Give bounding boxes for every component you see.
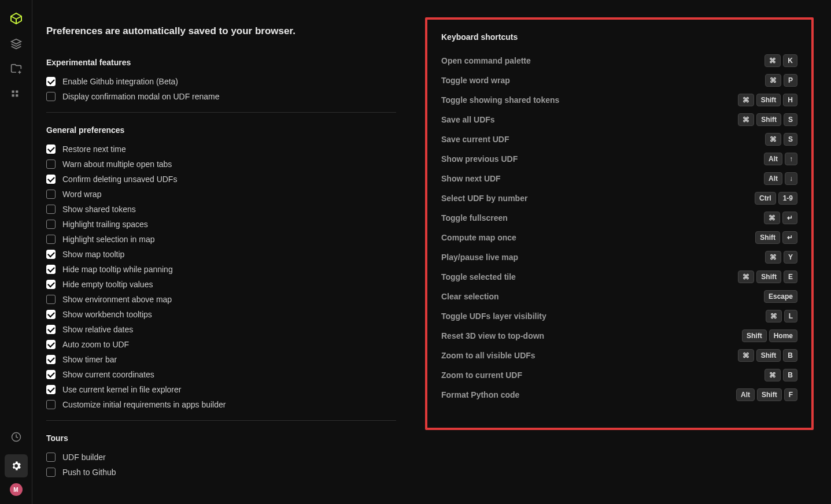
checkbox[interactable] [46,220,56,229]
shortcut-keys: ⌘↵ [764,212,797,224]
checkbox-row[interactable]: Highlight trailing spaces [46,217,396,232]
checkbox[interactable] [46,400,56,409]
shortcut-label: Play/pause live map [441,253,518,262]
checkbox[interactable] [46,144,56,154]
checkbox-row[interactable]: Show timer bar [46,352,396,367]
logo-icon[interactable] [5,7,28,30]
key: L [784,310,797,323]
layers-icon[interactable] [5,32,28,55]
checkbox-row[interactable]: Auto zoom to UDF [46,337,396,352]
checkbox-label: Hide empty tooltip values [62,280,153,289]
checkbox-label: UDF builder [62,453,106,462]
checkbox-row[interactable]: UDF builder [46,450,396,465]
checkbox-row[interactable]: Customize initial requirements in apps b… [46,397,396,412]
shortcut-keys: Shift↵ [755,231,797,244]
checkbox[interactable] [46,468,56,477]
shortcuts-list: Open command palette⌘KToggle word wrap⌘P… [441,51,797,405]
checkbox[interactable] [46,250,56,259]
key: ⌘ [765,74,781,87]
checkbox[interactable] [46,385,56,394]
shortcut-keys: ⌘B [764,369,797,381]
key: E [784,270,797,283]
checkbox[interactable] [46,235,56,244]
shortcut-keys: ⌘ShiftE [738,270,797,283]
checkbox[interactable] [46,160,56,169]
folder-add-icon[interactable] [5,58,28,81]
checkbox[interactable] [46,355,56,364]
shortcut-label: Toggle word wrap [441,76,510,85]
checkbox-row[interactable]: Warn about multiple open tabs [46,157,396,172]
shortcut-row: Clear selectionEscape [441,287,797,306]
checkbox-row[interactable]: Restore next time [46,142,396,157]
shortcut-row: Select UDF by numberCtrl1-9 [441,188,797,208]
shortcut-row: Toggle fullscreen⌘↵ [441,208,797,228]
checkbox[interactable] [46,190,56,199]
checkbox-label: Show current coordinates [62,370,154,379]
shortcut-keys: ⌘ShiftH [738,94,797,106]
sidebar: M [0,0,32,504]
checkbox-label: Display confirmation modal on UDF rename [62,92,220,101]
checkbox[interactable] [46,453,56,462]
checkbox-row[interactable]: Enable Github integration (Beta) [46,74,396,89]
shortcut-label: Select UDF by number [441,194,527,203]
history-icon[interactable] [5,425,28,449]
avatar[interactable]: M [10,483,23,496]
key: S [784,113,797,126]
key: Shift [757,388,782,401]
key: ⌘ [738,349,754,362]
key: B [783,349,797,362]
checkbox[interactable] [46,295,56,304]
apps-icon[interactable] [5,83,28,106]
shortcut-label: Save all UDFs [441,115,495,124]
checkbox-row[interactable]: Use current kernel in file explorer [46,382,396,397]
checkbox[interactable] [46,325,56,334]
checkbox-label: Hide map tooltip while panning [62,265,173,274]
key: ⌘ [764,369,781,381]
checkbox[interactable] [46,265,56,274]
checkbox-row[interactable]: Confirm deleting unsaved UDFs [46,172,396,187]
key: 1-9 [778,192,797,205]
checkbox[interactable] [46,340,56,349]
checkbox-row[interactable]: Show current coordinates [46,367,396,382]
key: F [784,388,797,401]
checkbox[interactable] [46,77,56,86]
key: K [783,54,797,67]
key: Alt [764,153,782,165]
checkbox-row[interactable]: Show map tooltip [46,247,396,262]
checkbox-label: Confirm deleting unsaved UDFs [62,175,177,184]
shortcut-keys: ShiftHome [742,329,797,342]
checkbox-row[interactable]: Push to Github [46,465,396,480]
checkbox[interactable] [46,310,56,319]
svg-rect-5 [12,94,14,97]
checkbox-row[interactable]: Show environment above map [46,292,396,307]
checkbox-row[interactable]: Display confirmation modal on UDF rename [46,89,396,104]
shortcut-label: Zoom to current UDF [441,370,522,380]
key: Shift [756,94,781,106]
shortcut-row: Zoom to all visible UDFs⌘ShiftB [441,346,797,365]
checkbox-row[interactable]: Word wrap [46,187,396,202]
checkbox-row[interactable]: Show shared tokens [46,202,396,217]
shortcut-label: Open command palette [441,56,531,65]
shortcut-label: Toggle UDFs layer visibility [441,312,546,321]
shortcuts-panel: Keyboard shortcuts Open command palette⌘… [425,17,814,430]
shortcut-keys: ⌘K [764,54,797,67]
checkbox-row[interactable]: Highlight selection in map [46,232,396,247]
checkbox-row[interactable]: Hide map tooltip while panning [46,262,396,277]
checkbox-row[interactable]: Show workbench tooltips [46,307,396,322]
shortcut-keys: Alt↑ [764,153,797,165]
checkbox[interactable] [46,92,56,101]
shortcut-label: Toggle fullscreen [441,213,508,223]
checkbox-row[interactable]: Hide empty tooltip values [46,277,396,292]
settings-icon[interactable] [5,454,28,477]
checkbox-label: Highlight selection in map [62,235,155,244]
svg-marker-0 [11,39,21,44]
checkbox-label: Restore next time [62,144,126,154]
shortcut-label: Save current UDF [441,135,509,144]
shortcut-keys: ⌘ShiftS [738,113,797,126]
checkbox[interactable] [46,175,56,184]
checkbox[interactable] [46,205,56,214]
shortcut-keys: ⌘P [765,74,797,87]
checkbox[interactable] [46,280,56,289]
checkbox-row[interactable]: Show relative dates [46,322,396,337]
checkbox[interactable] [46,370,56,379]
